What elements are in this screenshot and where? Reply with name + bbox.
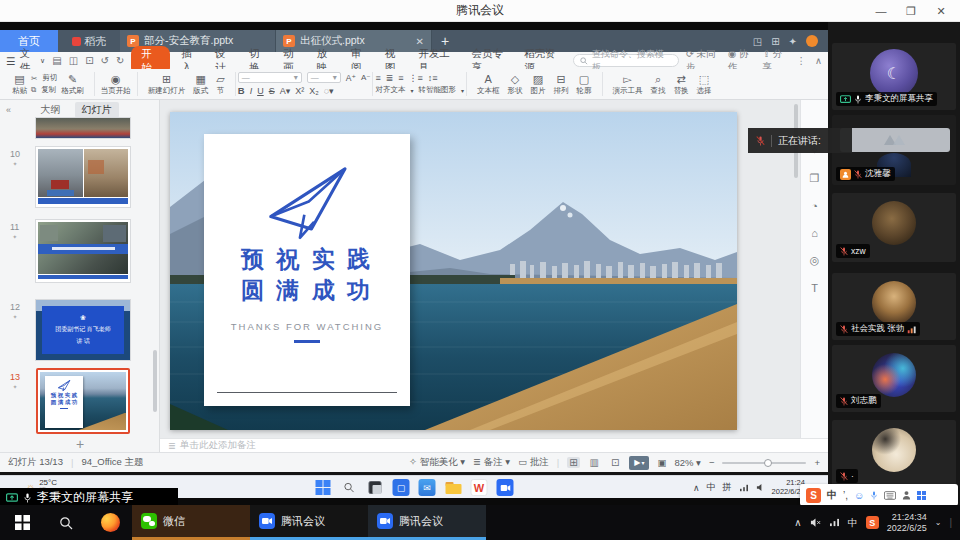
participant-tile[interactable]: 刘志鹏 (832, 345, 956, 412)
line-spacing-icon[interactable]: ↕≡ (428, 73, 438, 83)
read-view-icon[interactable]: ⊡ (609, 457, 621, 468)
user-settings-icon[interactable] (902, 490, 911, 500)
zoom-slider-knob[interactable] (764, 459, 772, 467)
participant-tile[interactable]: 社会实践 张勃 (832, 273, 956, 340)
object-pane-icon[interactable]: ❐ (810, 172, 820, 185)
align-right-icon[interactable]: ≡ (398, 73, 403, 83)
tencent-meeting-icon[interactable] (497, 479, 514, 496)
ime-lang-indicator[interactable]: 中 (827, 488, 837, 502)
to-smartart-button[interactable]: 转智能图形 (419, 85, 457, 95)
beautify-button[interactable]: ✧ 智能美化 ▾ (409, 456, 465, 469)
picture-button[interactable]: ▨图片 (527, 73, 550, 95)
zoom-out-button[interactable]: − (709, 457, 715, 468)
align-text-button[interactable]: 对齐文本 (375, 85, 405, 95)
taskbar-wechat-button[interactable]: 微信 (132, 505, 250, 540)
notification-center-icon[interactable]: ⌄ (935, 518, 942, 527)
workspace-icon[interactable]: ◳ (753, 36, 762, 47)
mail-icon[interactable]: ✉ (419, 479, 436, 496)
search-icon[interactable] (44, 505, 88, 540)
underline-button[interactable]: U (257, 86, 264, 96)
participant-tile[interactable]: ☾ 李秉文的屏幕共享 (832, 43, 956, 110)
print-icon[interactable]: ⊡ (85, 55, 93, 66)
font-family-select[interactable]: —▾ (238, 72, 302, 83)
ime-mode-indicator[interactable]: 拼 (723, 481, 732, 494)
font-size-select[interactable]: —▾ (307, 72, 341, 83)
shape-button[interactable]: ◇形状 (504, 73, 527, 95)
zoom-in-button[interactable]: + (814, 457, 820, 468)
ime-indicator[interactable]: 中 (848, 516, 858, 530)
sogou-tray-icon[interactable]: S (866, 516, 879, 529)
taskbar-meeting-button-1[interactable]: 腾讯会议 (250, 505, 368, 540)
start-button[interactable] (315, 479, 332, 496)
resource-pane-icon[interactable]: ⌂ (811, 227, 818, 239)
replace-button[interactable]: ⇄替换 (670, 73, 693, 95)
section-button[interactable]: ▱节 (212, 73, 228, 95)
slide-thumbnail-10[interactable] (36, 147, 130, 207)
layout-button[interactable]: ▦版式 (189, 73, 212, 95)
more-icon[interactable]: ⋮ (797, 55, 807, 66)
sorter-view-icon[interactable]: ▥ (588, 457, 601, 468)
play-from-current-button[interactable]: ◉当页开始 (97, 73, 135, 95)
keyboard-icon[interactable] (884, 491, 896, 500)
highlight-button[interactable]: ◌▾ (324, 86, 334, 96)
panel-scrollbar[interactable] (153, 350, 157, 412)
normal-view-icon[interactable]: ⊞ (567, 457, 579, 468)
settings-pane-icon[interactable]: ◎ (810, 254, 820, 267)
slide-canvas[interactable]: 预 祝 实 践 圆 满 成 功 THANKS FOR WATCHING (160, 100, 800, 438)
volume-icon[interactable] (756, 483, 765, 492)
apps-icon[interactable]: ✦ (789, 36, 797, 47)
task-view-icon[interactable] (367, 479, 384, 496)
start-button[interactable] (0, 505, 44, 540)
notes-strip[interactable]: ≣ 单击此处添加备注 (160, 438, 828, 452)
align-center-icon[interactable]: ≣ (386, 73, 394, 83)
arrange-button[interactable]: ⊟排列 (550, 73, 573, 95)
add-slide-button[interactable]: + (0, 436, 160, 452)
cut-icon[interactable]: ✂ (31, 74, 37, 83)
font-grow-icon[interactable]: A⁺ (346, 73, 356, 83)
select-button[interactable]: ⬚选择 (693, 73, 716, 95)
ime-toolbox-icon[interactable] (917, 491, 926, 500)
wps-docer-tab[interactable]: 稻壳 (58, 30, 120, 52)
local-clock[interactable]: 21:24:34 2022/6/25 (887, 512, 927, 534)
command-search-box[interactable]: 查找命令、搜索模板 (573, 54, 679, 67)
muted-volume-icon[interactable] (810, 517, 821, 528)
participant-tile[interactable]: xzw (832, 193, 956, 262)
zoom-slider[interactable] (722, 462, 806, 464)
subscript-button[interactable]: X₂ (309, 86, 319, 96)
textbox-button[interactable]: A文本框 (473, 73, 504, 95)
voice-input-icon[interactable] (870, 490, 878, 501)
collapse-panel-icon[interactable]: « (6, 105, 11, 115)
cut-label[interactable]: 剪切 (42, 73, 57, 83)
bold-button[interactable]: B (238, 85, 245, 96)
close-button[interactable]: ✕ (926, 0, 956, 22)
ime-punct-icon[interactable]: ’, (843, 490, 848, 501)
comment-button[interactable]: ▭ 批注 (518, 456, 549, 469)
zoom-level[interactable]: 82% ▾ (674, 457, 700, 468)
network-icon[interactable] (829, 518, 840, 527)
minimize-button[interactable]: — (866, 0, 896, 22)
save-icon[interactable]: ▤ (52, 55, 61, 66)
outline-tab[interactable]: 大纲 (41, 103, 61, 117)
theme-name[interactable]: 94_Office 主题 (81, 456, 143, 469)
slide-thumbnail-12[interactable]: ❀ 团委副书记 肖飞老师 讲 话 (36, 300, 130, 360)
current-slide[interactable]: 预 祝 实 践 圆 满 成 功 THANKS FOR WATCHING (170, 112, 737, 430)
slide-thumbnail-partial[interactable] (36, 118, 130, 138)
collapse-ribbon-icon[interactable]: ∧ (815, 55, 822, 66)
font-color-button[interactable]: A▾ (280, 86, 291, 96)
slide-text-card[interactable]: 预 祝 实 践 圆 满 成 功 THANKS FOR WATCHING (204, 134, 410, 406)
copy-icon[interactable]: ⧉ (31, 85, 36, 95)
format-painter-button[interactable]: ✎格式刷 (57, 73, 88, 95)
slides-tab[interactable]: 幻灯片 (75, 102, 119, 118)
italic-button[interactable]: I (250, 86, 253, 96)
sogou-logo-icon[interactable]: S (806, 488, 821, 503)
wifi-icon[interactable] (739, 484, 749, 492)
search-icon[interactable] (341, 479, 358, 496)
fit-zoom-icon[interactable]: ▣ (657, 457, 666, 468)
find-button[interactable]: ⌕查找 (647, 73, 670, 95)
wps-account-avatar[interactable] (806, 35, 818, 47)
layout-grid-icon[interactable]: ⊞ (771, 36, 779, 47)
history-pane-icon[interactable]: ◔ (811, 200, 818, 212)
slide-thumbnail-13-selected[interactable]: 预 祝 实 践 圆 满 成 功 (36, 368, 130, 434)
taskbar-meeting-button-2[interactable]: 腾讯会议 (368, 505, 486, 540)
slide-thumbnail-11[interactable] (36, 220, 130, 282)
